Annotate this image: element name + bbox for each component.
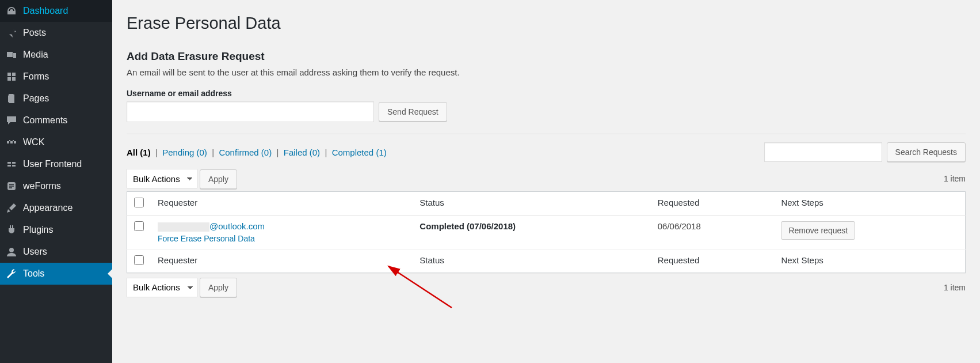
col-requester[interactable]: Requester <box>151 191 413 215</box>
filter-all[interactable]: All (1) <box>127 148 153 157</box>
row-requested-date: 06/06/2018 <box>658 221 701 231</box>
wck-icon <box>6 137 17 148</box>
brush-icon <box>6 202 17 214</box>
requests-table: Requester Status Requested Next Steps @o… <box>127 191 966 273</box>
search-requests-input[interactable] <box>764 142 882 162</box>
sidebar-item-label: Forms <box>23 71 49 82</box>
input-label: Username or email address <box>127 89 966 98</box>
sidebar-item-plugins[interactable]: Plugins <box>0 219 112 241</box>
col-status: Status <box>413 191 650 215</box>
sidebar-item-label: Users <box>23 247 47 257</box>
sidebar-item-users[interactable]: Users <box>0 241 112 263</box>
select-all-top[interactable] <box>134 198 144 207</box>
apply-button-top[interactable]: Apply <box>200 169 237 189</box>
sidebar-item-weforms[interactable]: weForms <box>0 175 112 197</box>
col-requester-foot: Requester <box>151 249 413 273</box>
apply-button-bottom[interactable]: Apply <box>200 278 237 297</box>
sidebar-item-label: Comments <box>23 115 67 126</box>
sidebar-item-label: Dashboard <box>23 6 68 16</box>
user-icon <box>6 246 17 258</box>
items-count-top: 1 item <box>944 174 966 183</box>
col-requested-foot: Requested <box>651 249 775 273</box>
sidebar-item-forms[interactable]: Forms <box>0 66 112 88</box>
divider <box>127 134 966 134</box>
col-next-foot: Next Steps <box>774 249 965 273</box>
filter-completed[interactable]: Completed (1) <box>332 148 387 157</box>
redacted-email-prefix <box>158 222 209 232</box>
sidebar-item-pages[interactable]: Pages <box>0 88 112 109</box>
sidebar-item-label: WCK <box>23 137 44 148</box>
sidebar-item-dashboard[interactable]: Dashboard <box>0 0 112 22</box>
sidebar-item-appearance[interactable]: Appearance <box>0 197 112 219</box>
section-description: An email will be sent to the user at thi… <box>127 67 966 77</box>
filter-confirmed[interactable]: Confirmed (0) <box>219 148 274 157</box>
sidebar-item-label: Plugins <box>23 225 53 235</box>
user-frontend-icon <box>6 158 17 170</box>
bulk-actions-select-bottom[interactable]: Bulk Actions <box>127 278 197 297</box>
username-email-input[interactable] <box>127 101 374 122</box>
col-next: Next Steps <box>774 191 965 215</box>
sidebar-item-label: Pages <box>23 93 49 104</box>
dashboard-icon <box>6 5 17 17</box>
select-all-bottom[interactable] <box>134 255 144 265</box>
page-title: Erase Personal Data <box>127 6 966 36</box>
search-requests-button[interactable]: Search Requests <box>887 142 966 162</box>
table-row: @outlook.com Force Erase Personal Data C… <box>127 215 966 249</box>
sidebar-item-wck[interactable]: WCK <box>0 131 112 153</box>
col-requested[interactable]: Requested <box>651 191 775 215</box>
media-icon <box>6 49 17 60</box>
section-heading: Add Data Erasure Request <box>127 50 966 63</box>
sidebar-item-label: weForms <box>23 181 61 191</box>
forms-icon <box>6 71 17 82</box>
bulk-actions-select-top[interactable]: Bulk Actions <box>127 169 197 188</box>
sidebar-item-media[interactable]: Media <box>0 44 112 66</box>
sidebar-item-label: Media <box>23 50 48 60</box>
pin-icon <box>6 27 17 39</box>
weforms-icon <box>6 180 17 192</box>
status-filters: All (1) | Pending (0) | Confirmed (0) | … <box>127 148 387 157</box>
force-erase-action[interactable]: Force Erase Personal Data <box>158 234 255 243</box>
row-status: Completed (07/06/2018) <box>420 221 516 231</box>
requester-email-link[interactable]: @outlook.com <box>158 221 265 231</box>
sidebar-item-posts[interactable]: Posts <box>0 22 112 44</box>
plug-icon <box>6 224 17 236</box>
main-content: Erase Personal Data Add Data Erasure Req… <box>112 0 980 363</box>
filter-pending[interactable]: Pending (0) <box>162 148 209 157</box>
col-status-foot: Status <box>413 249 650 273</box>
pages-icon <box>6 93 17 104</box>
filter-failed[interactable]: Failed (0) <box>284 148 323 157</box>
comment-icon <box>6 115 17 126</box>
row-checkbox[interactable] <box>134 221 144 231</box>
sidebar-item-label: Tools <box>23 269 44 279</box>
sidebar-item-label: Posts <box>23 28 46 38</box>
admin-sidebar: Dashboard Posts Media Forms Pages Commen… <box>0 0 112 363</box>
wrench-icon <box>6 268 17 279</box>
svg-point-1 <box>9 248 14 252</box>
items-count-bottom: 1 item <box>944 283 966 292</box>
sidebar-item-tools[interactable]: Tools <box>0 263 112 285</box>
sidebar-item-label: Appearance <box>23 203 73 213</box>
remove-request-button[interactable]: Remove request <box>781 221 855 240</box>
sidebar-item-comments[interactable]: Comments <box>0 109 112 131</box>
sidebar-item-label: User Frontend <box>23 159 82 169</box>
sidebar-item-user-frontend[interactable]: User Frontend <box>0 153 112 175</box>
send-request-button[interactable]: Send Request <box>379 102 447 122</box>
